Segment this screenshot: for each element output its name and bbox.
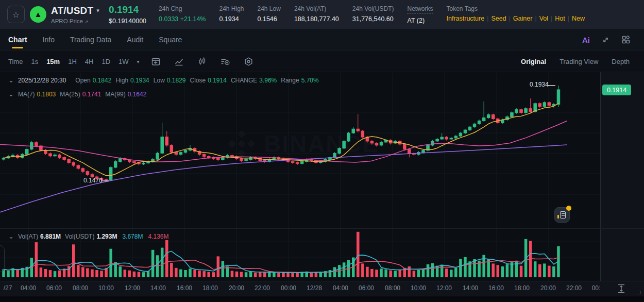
news-button[interactable]: [554, 207, 570, 223]
high-annotation: 0.1934: [530, 81, 549, 88]
vol-sell-value: 4.136M: [148, 233, 168, 240]
time-tick: 12:00: [436, 284, 452, 292]
vol-at-value: 6.881M: [40, 233, 61, 240]
pane-divider[interactable]: [0, 228, 644, 229]
time-tick: 18:00: [514, 284, 530, 292]
auto-scale-button[interactable]: [616, 283, 626, 296]
price-chart-canvas[interactable]: [0, 0, 644, 302]
time-tick: 08:00: [73, 284, 88, 292]
time-axis[interactable]: /2704:0006:0008:0010:0012:0014:0016:0018…: [0, 281, 600, 296]
vol-usdt-value: 1.293M: [96, 233, 117, 240]
pane-collapse-handle[interactable]: [0, 245, 5, 272]
time-tick: 20:00: [540, 284, 556, 292]
time-tick: 06:00: [46, 284, 62, 292]
time-tick: 12/28: [307, 284, 322, 292]
ohlc-legend: ⌄ 2025/12/28 20:30 Open0.1842 High0.1934…: [8, 76, 319, 84]
range-value: 5.70%: [301, 77, 319, 84]
resize-corner-icon[interactable]: [637, 291, 640, 294]
time-tick: 14:00: [150, 284, 166, 292]
time-tick: 06:00: [359, 284, 374, 292]
change-value: 3.96%: [259, 77, 277, 84]
vol-buy-value: 3.678M: [122, 233, 143, 240]
candle-datetime: 2025/12/28 20:30: [18, 77, 66, 84]
volume-legend: ⌄ Vol(AT)6.881M Vol(USDT)1.293M 3.678M 4…: [8, 232, 169, 240]
last-price-tag: 0.1914: [602, 85, 631, 95]
time-tick: 22:00: [566, 284, 582, 292]
time-tick: 16:00: [488, 284, 504, 292]
news-doc-icon: [560, 211, 566, 219]
close-value: 0.1914: [208, 77, 227, 84]
trading-page: ☆ ▲ AT/USDT ▾ APRO Price ↗ 0.1914 $0.191…: [0, 0, 644, 302]
low-value: 0.1829: [167, 77, 186, 84]
time-tick: 04:00: [333, 284, 348, 292]
time-tick: 20:00: [229, 284, 244, 292]
time-tick: 18:00: [202, 284, 218, 292]
time-tick: 04:00: [21, 284, 36, 292]
high-value: 0.1934: [130, 77, 149, 84]
low-annotation: 0.1470: [83, 177, 103, 184]
time-tick: 22:00: [255, 284, 270, 292]
ma99-value: 0.1642: [128, 91, 147, 98]
open-value: 0.1842: [93, 77, 112, 84]
notification-dot: [566, 206, 571, 211]
collapse-ma-icon[interactable]: ⌄: [8, 90, 14, 98]
collapse-main-icon[interactable]: ⌄: [8, 76, 14, 84]
time-tick: 12:00: [125, 284, 140, 292]
ma7-value: 0.1803: [37, 91, 56, 98]
ma25-value: 0.1741: [82, 91, 101, 98]
ma-legend: ⌄ MA(7)0.1803 MA(25)0.1741 MA(99)0.1642: [8, 90, 146, 98]
time-tick: 00:00: [281, 284, 296, 292]
collapse-volume-icon[interactable]: ⌄: [8, 232, 14, 240]
time-tick: 10:00: [98, 284, 114, 292]
news-flag-icon: [557, 215, 559, 219]
time-tick: 08:00: [385, 284, 400, 292]
time-tick: 14:00: [463, 284, 478, 292]
time-tick: 10:00: [411, 284, 426, 292]
time-tick: 16:00: [177, 284, 192, 292]
time-tick: 00:: [592, 284, 600, 292]
time-tick: /27: [4, 284, 12, 292]
